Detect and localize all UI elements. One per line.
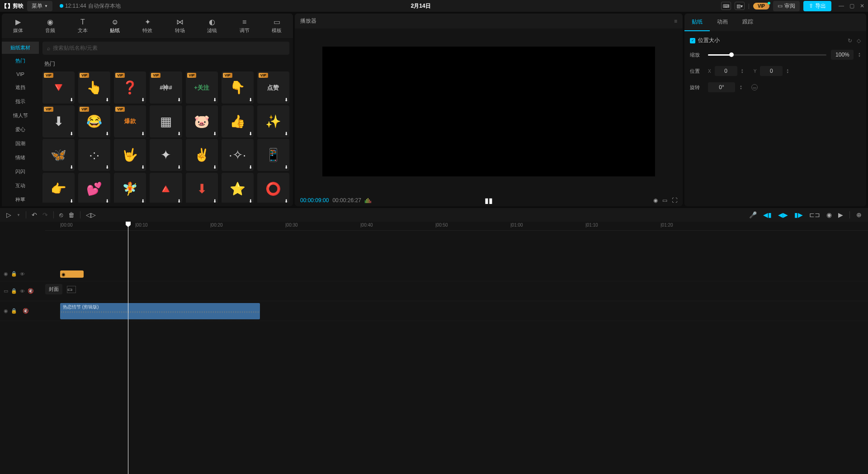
zoom-fit-icon[interactable]: ⊕ (856, 211, 862, 218)
media-tab-特效[interactable]: ✦特效 (131, 14, 164, 38)
audio-icon[interactable]: ◉ (4, 308, 8, 314)
ratio-icon[interactable]: ▭ (662, 197, 667, 204)
undo-button[interactable]: ↶ (32, 211, 37, 218)
position-size-checkbox[interactable]: ✓ 位置大小 (690, 37, 720, 44)
media-tab-贴纸[interactable]: ☺贴纸 (99, 14, 132, 38)
download-icon[interactable]: ⬇ (105, 97, 109, 102)
cover-button[interactable]: 封面 (45, 284, 62, 294)
menu-button[interactable]: 菜单 ▼ (27, 1, 52, 11)
download-icon[interactable]: ⬇ (70, 199, 73, 203)
lock-icon[interactable]: 🔒 (11, 288, 17, 294)
review-button[interactable]: ▭ 审阅 (773, 1, 800, 11)
pos-x-input[interactable]: 0 (715, 66, 737, 76)
sticker-item[interactable]: ·✧·⬇ (222, 139, 254, 171)
magnet-icon[interactable]: ⊏⊐ (809, 211, 820, 218)
mute-icon[interactable]: 🔇 (28, 288, 34, 294)
sticker-item[interactable]: 🧚⬇ (114, 173, 146, 203)
fullscreen-icon[interactable]: ⛶ (672, 197, 677, 204)
category-item[interactable]: 情人节 (2, 109, 39, 123)
download-icon[interactable]: ⬇ (105, 131, 109, 136)
download-icon[interactable]: ⬇ (284, 131, 288, 136)
category-item[interactable]: 爱心 (2, 123, 39, 137)
category-item[interactable]: VIP (2, 68, 39, 81)
sticker-item[interactable]: VIP爆款⬇ (114, 105, 146, 137)
media-tab-媒体[interactable]: ▶媒体 (2, 14, 34, 38)
download-icon[interactable]: ⬇ (284, 199, 288, 203)
clock-icon[interactable]: ◉ (4, 271, 8, 277)
download-icon[interactable]: ⬇ (213, 165, 217, 170)
sticker-item[interactable]: ⭐⬇ (222, 173, 254, 203)
download-icon[interactable]: ⬇ (249, 97, 252, 102)
download-icon[interactable]: ⬇ (141, 199, 145, 203)
player-menu-icon[interactable]: ≡ (674, 18, 677, 24)
rotation-spinner[interactable]: ▲▼ (740, 85, 742, 90)
reset-icon[interactable]: ↻ (848, 38, 852, 44)
sticker-item[interactable]: 🐷⬇ (186, 105, 218, 137)
sticker-item[interactable]: VIP👆⬇ (78, 71, 110, 104)
download-icon[interactable]: ⬇ (284, 97, 288, 102)
category-item[interactable]: 闪闪 (2, 165, 39, 179)
eye-icon[interactable]: 👁 (20, 271, 25, 277)
sticker-item[interactable]: ⭕⬇ (257, 173, 289, 203)
marker-in-icon[interactable]: ◀▮ (763, 211, 772, 218)
sticker-item[interactable]: VIP⬇⬇ (42, 105, 75, 137)
sticker-clip[interactable] (60, 270, 84, 278)
audio-clip[interactable]: 热恋情节 (剪辑版) (60, 303, 260, 319)
search-input[interactable]: ⌕ 搜索贴纸名称/元素 (42, 42, 289, 55)
download-icon[interactable]: ⬇ (70, 165, 73, 170)
scale-spinner[interactable]: ▲▼ (858, 52, 861, 57)
category-item[interactable]: 种草 (2, 193, 39, 206)
sticker-item[interactable]: ✦⬇ (150, 139, 182, 171)
download-icon[interactable]: ⬇ (213, 97, 217, 102)
pos-y-spinner[interactable]: ▲▼ (786, 69, 789, 74)
sticker-item[interactable]: 👉⬇ (42, 173, 75, 203)
sticker-item[interactable]: VIP点赞⬇ (257, 71, 289, 104)
download-icon[interactable]: ⬇ (177, 131, 181, 136)
sticker-item[interactable]: 📱⬇ (257, 139, 289, 171)
rotation-input[interactable]: 0° (708, 82, 735, 92)
focus-icon[interactable]: ◉ (653, 197, 658, 204)
lock-icon[interactable]: 🔒 (11, 271, 17, 277)
keyframe-icon[interactable]: ◇ (857, 38, 861, 44)
download-icon[interactable]: ⬇ (284, 165, 288, 170)
scale-slider[interactable] (708, 54, 826, 56)
property-tab-贴纸[interactable]: 贴纸 (684, 14, 710, 31)
sticker-item[interactable]: 🤟⬇ (114, 139, 146, 171)
sticker-item[interactable]: VIP+关注⬇ (186, 71, 218, 104)
download-icon[interactable]: ⬇ (105, 165, 109, 170)
preview-icon[interactable]: ▶ (838, 211, 843, 218)
pos-y-input[interactable]: 0 (760, 66, 783, 76)
sticker-item[interactable]: 👍⬇ (222, 105, 254, 137)
sticker-item[interactable]: ⬇⬇ (186, 173, 218, 203)
minimize-button[interactable]: — (839, 3, 844, 9)
sticker-item[interactable]: ·:·⬇ (78, 139, 110, 171)
media-tab-模板[interactable]: ▭模板 (261, 14, 293, 38)
lock-icon[interactable]: 🔒 (11, 308, 17, 314)
maximize-button[interactable]: ▢ (849, 3, 854, 9)
pause-button[interactable]: ▮▮ (485, 196, 493, 205)
media-tab-滤镜[interactable]: ◐滤镜 (196, 14, 228, 38)
layout-icon[interactable]: ▥▾ (735, 2, 745, 10)
download-icon[interactable]: ⬇ (213, 131, 217, 136)
timeline-ruler[interactable]: |00:00|00:10|00:20|00:30|00:40|00:50|01:… (45, 222, 868, 231)
download-icon[interactable]: ⬇ (177, 165, 181, 170)
cover-thumb[interactable]: ▭ (67, 286, 76, 293)
download-icon[interactable]: ⬇ (141, 97, 145, 102)
media-tab-音频[interactable]: ◉音频 (34, 14, 67, 38)
sticker-item[interactable]: ✨⬇ (257, 105, 289, 137)
rotation-keyframe-icon[interactable]: — (751, 84, 758, 90)
close-button[interactable]: ✕ (860, 3, 864, 9)
media-tab-转场[interactable]: ⋈转场 (164, 14, 196, 38)
download-icon[interactable]: ⬇ (141, 131, 145, 136)
category-item[interactable]: 热门 (2, 54, 39, 68)
category-item[interactable]: 互动 (2, 179, 39, 193)
mic-icon[interactable]: 🎤 (749, 211, 757, 218)
download-icon[interactable]: ⬇ (249, 199, 252, 203)
video-icon[interactable]: ▭ (4, 288, 8, 294)
download-icon[interactable]: ⬇ (70, 131, 73, 136)
playhead[interactable] (128, 222, 128, 474)
sticker-item[interactable]: VIP👇⬇ (222, 71, 254, 104)
category-item[interactable]: 指示 (2, 95, 39, 109)
media-tab-文本[interactable]: T文本 (66, 14, 99, 38)
category-item[interactable]: 遮挡 (2, 81, 39, 95)
